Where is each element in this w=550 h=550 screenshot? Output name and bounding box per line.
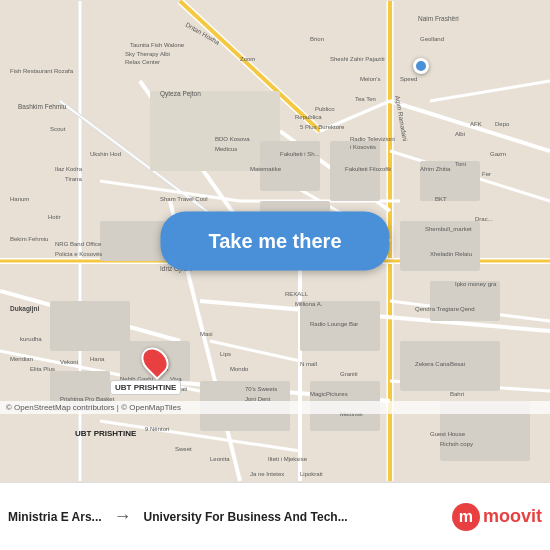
svg-text:Tirana: Tirana	[65, 176, 82, 182]
svg-text:Fish Restaurant Rozafa: Fish Restaurant Rozafa	[10, 68, 74, 74]
svg-text:Drac...: Drac...	[475, 216, 493, 222]
svg-text:i Kosovës: i Kosovës	[350, 144, 376, 150]
svg-text:REXALL: REXALL	[285, 291, 309, 297]
svg-text:Hana: Hana	[90, 356, 105, 362]
svg-text:Dukagijni: Dukagijni	[10, 305, 39, 313]
moovit-icon: m	[452, 503, 480, 531]
svg-text:Depo: Depo	[495, 121, 510, 127]
svg-text:Maxi: Maxi	[200, 331, 213, 337]
svg-text:Meridian: Meridian	[10, 356, 33, 362]
svg-text:Shembull_market: Shembull_market	[425, 226, 472, 232]
svg-text:MagicPictures: MagicPictures	[310, 391, 348, 397]
svg-text:5 Plus Burektore: 5 Plus Burektore	[300, 124, 345, 130]
svg-text:9 Nëntori: 9 Nëntori	[145, 426, 169, 432]
moovit-logo: m moovit	[452, 503, 542, 531]
destination-pin	[413, 58, 429, 74]
map-view: Bashkim Fehmiu Ilaz Kodra Qyteza Pejton …	[0, 0, 550, 482]
svg-text:Zoom: Zoom	[240, 56, 255, 62]
svg-text:Medicus: Medicus	[215, 146, 237, 152]
svg-text:Leonita: Leonita	[210, 456, 230, 462]
app-container: Bashkim Fehmiu Ilaz Kodra Qyteza Pejton …	[0, 0, 550, 550]
svg-rect-38	[430, 281, 500, 321]
svg-text:Ilaz Kodra: Ilaz Kodra	[55, 166, 83, 172]
svg-text:BKT: BKT	[435, 196, 447, 202]
svg-text:Scout: Scout	[50, 126, 66, 132]
origin-label: UBT PRISHTINE	[110, 380, 181, 395]
svg-text:Milliona A.: Milliona A.	[295, 301, 323, 307]
svg-text:Naim Frashëri: Naim Frashëri	[418, 15, 459, 22]
svg-text:Afrim Zhitia: Afrim Zhitia	[420, 166, 451, 172]
svg-text:Vekoni: Vekoni	[60, 359, 78, 365]
take-me-there-button[interactable]: Take me there	[160, 212, 389, 271]
svg-rect-35	[50, 301, 130, 351]
svg-text:Bashkim Fehmiu: Bashkim Fehmiu	[18, 103, 67, 110]
svg-text:Melon's: Melon's	[360, 76, 381, 82]
svg-text:Brion: Brion	[310, 36, 324, 42]
svg-text:Guest House: Guest House	[430, 431, 466, 437]
svg-text:Ukshin Hod: Ukshin Hod	[90, 151, 121, 157]
svg-text:Speed: Speed	[400, 76, 417, 82]
svg-text:Zekera Cana: Zekera Cana	[415, 361, 450, 367]
svg-text:Qend: Qend	[460, 306, 475, 312]
svg-text:Mondo: Mondo	[230, 366, 249, 372]
svg-text:Geolland: Geolland	[420, 36, 444, 42]
svg-text:NRG Band Office: NRG Band Office	[55, 241, 102, 247]
destination-name: University For Business And Tech...	[144, 510, 348, 524]
svg-text:Policia e Kosovës: Policia e Kosovës	[55, 251, 102, 257]
footer-left: Ministria E Ars... → University For Busi…	[8, 506, 444, 527]
svg-text:Ja ne Intetex: Ja ne Intetex	[250, 471, 284, 477]
svg-text:Publico: Publico	[315, 106, 335, 112]
svg-text:Lipokrati: Lipokrati	[300, 471, 323, 477]
svg-text:Fakulteti i Sh...: Fakulteti i Sh...	[280, 151, 320, 157]
svg-text:Xheladin Relaiu: Xheladin Relaiu	[430, 251, 472, 257]
svg-text:Fakulteti Filozofik: Fakulteti Filozofik	[345, 166, 392, 172]
direction-arrow: →	[108, 506, 138, 527]
svg-text:70's Sweets: 70's Sweets	[245, 386, 277, 392]
svg-text:Sky Therapy Albi: Sky Therapy Albi	[125, 51, 170, 57]
svg-text:BDO Kosova: BDO Kosova	[215, 136, 250, 142]
svg-text:Albi: Albi	[455, 131, 465, 137]
svg-text:Qyteza Pejton: Qyteza Pejton	[160, 90, 201, 98]
svg-text:Richoh copy: Richoh copy	[440, 441, 473, 447]
svg-text:Hanum: Hanum	[10, 196, 29, 202]
svg-text:Fer: Fer	[482, 171, 491, 177]
svg-text:Sweet: Sweet	[175, 446, 192, 452]
origin-name: Ministria E Ars...	[8, 510, 102, 524]
svg-text:Republica: Republica	[295, 114, 322, 120]
svg-text:Ilteti i Mjeksise: Ilteti i Mjeksise	[268, 456, 308, 462]
svg-text:Toni: Toni	[455, 161, 466, 167]
svg-text:kurudha: kurudha	[20, 336, 42, 342]
svg-text:Tea Ten: Tea Ten	[355, 96, 376, 102]
destination-info: University For Business And Tech...	[144, 510, 348, 524]
svg-text:Ipko money gra: Ipko money gra	[455, 281, 497, 287]
moovit-text: moovit	[483, 506, 542, 527]
svg-text:Bekim Fehmiu: Bekim Fehmiu	[10, 236, 48, 242]
svg-text:Lips: Lips	[220, 351, 231, 357]
svg-text:Sham Travel Cool: Sham Travel Cool	[160, 196, 208, 202]
svg-text:Gazm: Gazm	[490, 151, 506, 157]
footer-bar: Ministria E Ars... → University For Busi…	[0, 482, 550, 550]
svg-text:Sheshi Zahir Pajaziti: Sheshi Zahir Pajaziti	[330, 56, 385, 62]
svg-text:UBT PRISHTINE: UBT PRISHTINE	[75, 429, 137, 438]
svg-text:Matematike: Matematike	[250, 166, 282, 172]
svg-text:Radio Lounge Bar: Radio Lounge Bar	[310, 321, 358, 327]
svg-text:Bahri: Bahri	[450, 391, 464, 397]
svg-text:Qendra Tregtare: Qendra Tregtare	[415, 306, 460, 312]
svg-text:Hotir: Hotir	[48, 214, 61, 220]
svg-text:N mall: N mall	[300, 361, 317, 367]
svg-text:AFK: AFK	[470, 121, 482, 127]
origin-pin	[143, 346, 167, 376]
svg-text:Relax Center: Relax Center	[125, 59, 160, 65]
svg-text:Besai: Besai	[450, 361, 465, 367]
copyright-notice: © OpenStreetMap contributors | © OpenMap…	[0, 401, 550, 414]
svg-text:Taunita Fish  Walone: Taunita Fish Walone	[130, 42, 185, 48]
svg-text:Radio Televizioni: Radio Televizioni	[350, 136, 395, 142]
origin-info: Ministria E Ars...	[8, 510, 102, 524]
svg-text:Elita Plus: Elita Plus	[30, 366, 55, 372]
svg-text:Graniti: Graniti	[340, 371, 358, 377]
